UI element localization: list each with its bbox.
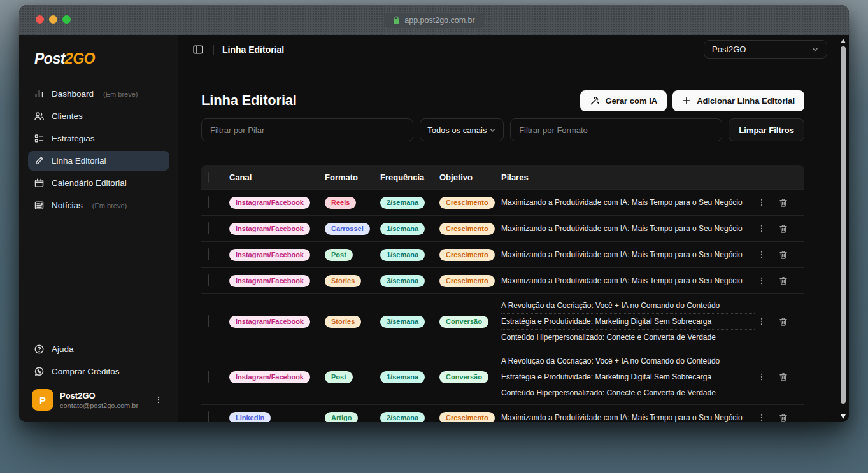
filter-row: Todos os canais Limpar Filtros xyxy=(201,118,804,141)
sidebar-item-noticias[interactable]: Notícias (Em breve) xyxy=(28,195,169,215)
column-header-frequencia: Frequência xyxy=(380,173,439,182)
pilares-cell: Maximizando a Produtividade com IA: Mais… xyxy=(501,406,755,422)
row-menu-button[interactable] xyxy=(755,248,769,262)
row-delete-button[interactable] xyxy=(776,370,790,385)
objetivo-badge: Conversão xyxy=(439,316,488,328)
add-linha-editorial-button[interactable]: Adicionar Linha Editorial xyxy=(672,90,804,111)
sidebar-item-comprar-creditos[interactable]: Comprar Créditos xyxy=(28,362,169,381)
row-delete-button[interactable] xyxy=(776,411,790,423)
title-actions: Gerar com IA Adicionar Linha Editorial xyxy=(580,90,804,111)
column-header-canal: Canal xyxy=(229,173,325,182)
generate-with-ai-button[interactable]: Gerar com IA xyxy=(580,90,667,111)
zoom-window-button[interactable] xyxy=(62,15,71,24)
sidebar-item-estrategias[interactable]: Estratégias xyxy=(28,129,169,148)
frequencia-badge: 1/semana xyxy=(380,371,425,383)
row-checkbox-cell xyxy=(208,316,229,327)
browser-chrome: app.post2go.com.br xyxy=(19,5,849,35)
sidebar-item-label: Estratégias xyxy=(52,134,95,143)
coming-soon-badge: (Em breve) xyxy=(103,90,138,98)
channels-select[interactable]: Todos os canais xyxy=(420,118,504,141)
row-menu-button[interactable] xyxy=(755,411,769,422)
canal-badge: Instagram/Facebook xyxy=(229,223,310,235)
table-row: Instagram/FacebookPost1/semanaConversãoA… xyxy=(201,349,804,404)
row-delete-button[interactable] xyxy=(776,222,790,236)
sidebar-item-linha-editorial[interactable]: Linha Editorial xyxy=(28,151,169,171)
row-menu-button[interactable] xyxy=(755,370,769,384)
row-checkbox[interactable] xyxy=(208,411,209,422)
sidebar: Post2GO Dashboard (Em breve) Clientes xyxy=(19,35,178,422)
window-controls xyxy=(36,15,71,24)
filter-formato-input[interactable] xyxy=(510,118,722,141)
sidebar-item-label: Notícias xyxy=(52,201,83,210)
canal-cell: Instagram/Facebook xyxy=(229,222,325,235)
objetivo-badge: Crescimento xyxy=(439,275,495,287)
chevron-down-icon xyxy=(811,46,819,53)
main-area: Linha Editorial Post2GO Linha Editorial … xyxy=(178,35,849,422)
objetivo-cell: Conversão xyxy=(439,315,501,328)
table-row: Instagram/FacebookReels2/semanaCrescimen… xyxy=(201,189,804,215)
row-checkbox[interactable] xyxy=(208,315,209,327)
user-card[interactable]: P Post2GO contato@post2go.com.br xyxy=(28,384,169,413)
row-menu-button[interactable] xyxy=(755,274,769,288)
sidebar-item-ajuda[interactable]: Ajuda xyxy=(28,339,169,359)
scrollbar-thumb[interactable] xyxy=(841,46,846,404)
coming-soon-badge: (Em breve) xyxy=(92,202,127,209)
formato-cell: Stories xyxy=(325,274,380,287)
row-checkbox-cell xyxy=(208,275,229,286)
objetivo-cell: Crescimento xyxy=(439,196,501,209)
row-menu-button[interactable] xyxy=(755,195,769,209)
row-menu-button[interactable] xyxy=(755,222,769,236)
clear-filters-button[interactable]: Limpar Filtros xyxy=(729,118,804,141)
address-bar[interactable]: app.post2go.com.br xyxy=(384,13,484,28)
frequencia-badge: 2/semana xyxy=(380,197,425,209)
canal-badge: Instagram/Facebook xyxy=(229,275,310,287)
sidebar-item-label: Linha Editorial xyxy=(52,156,106,166)
select-all-checkbox[interactable] xyxy=(208,172,209,183)
row-delete-button[interactable] xyxy=(776,314,790,329)
channels-select-value: Todos os canais xyxy=(427,125,487,135)
workspace-select[interactable]: Post2GO xyxy=(704,40,827,59)
column-header-pilares: Pilares xyxy=(501,173,755,182)
row-checkbox-cell xyxy=(208,197,229,208)
lock-icon xyxy=(393,16,400,24)
plus-icon xyxy=(682,96,691,105)
row-checkbox-cell xyxy=(208,249,229,260)
objetivo-badge: Crescimento xyxy=(439,412,495,422)
row-delete-button[interactable] xyxy=(776,195,790,210)
close-window-button[interactable] xyxy=(36,15,44,24)
scroll-down-arrow-icon[interactable] xyxy=(841,414,846,419)
formato-badge: Stories xyxy=(325,316,361,328)
row-menu-button[interactable] xyxy=(755,314,769,328)
sidebar-item-clientes[interactable]: Clientes xyxy=(28,106,169,126)
scrollbar[interactable] xyxy=(840,38,847,420)
row-checkbox[interactable] xyxy=(208,274,209,286)
url-text: app.post2go.com.br xyxy=(404,16,475,25)
user-menu-button[interactable] xyxy=(152,393,166,407)
row-checkbox[interactable] xyxy=(208,371,209,383)
pillar-text: Maximizando a Produtividade com IA: Mais… xyxy=(501,410,755,422)
sidebar-item-dashboard[interactable]: Dashboard (Em breve) xyxy=(28,84,169,104)
table-header: Canal Formato Frequência Objetivo Pilare… xyxy=(201,165,804,189)
formato-badge: Post xyxy=(325,371,353,383)
row-checkbox[interactable] xyxy=(208,248,209,260)
pillar-text: A Revolução da Cocriação: Você + IA no C… xyxy=(501,353,755,369)
canal-badge: Instagram/Facebook xyxy=(229,197,310,209)
row-delete-button[interactable] xyxy=(776,274,790,288)
canal-badge: Instagram/Facebook xyxy=(229,316,310,328)
minimize-window-button[interactable] xyxy=(49,15,57,24)
sidebar-item-calendario-editorial[interactable]: Calendário Editorial xyxy=(28,173,169,193)
calendar-icon xyxy=(34,178,45,188)
chevron-down-icon xyxy=(489,127,496,134)
filter-pilar-input[interactable] xyxy=(201,118,413,141)
row-checkbox[interactable] xyxy=(208,196,209,208)
pillar-text: Maximizando a Produtividade com IA: Mais… xyxy=(501,195,755,210)
row-checkbox[interactable] xyxy=(208,222,209,234)
magic-wand-icon xyxy=(590,96,599,106)
sidebar-toggle-button[interactable] xyxy=(191,43,205,57)
row-delete-button[interactable] xyxy=(776,248,790,262)
user-name: Post2GO xyxy=(60,391,145,400)
formato-cell: Carrossel xyxy=(325,222,380,235)
table-body: Instagram/FacebookReels2/semanaCrescimen… xyxy=(201,189,804,422)
pen-icon xyxy=(34,155,45,166)
scroll-up-arrow-icon[interactable] xyxy=(841,39,846,43)
